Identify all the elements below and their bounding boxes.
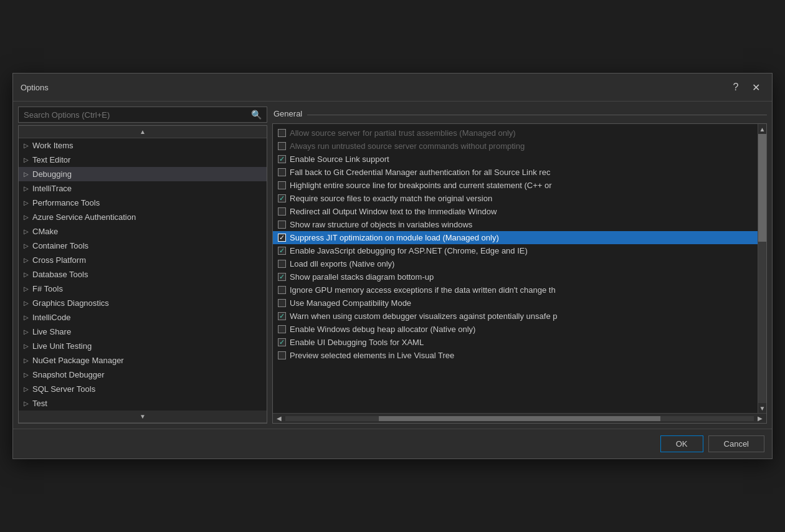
tree-item-label: IntelliTrace [32, 184, 72, 193]
option-row[interactable]: Allow source server for partial trust as… [273, 126, 766, 140]
horizontal-scrollbar[interactable]: ◀ ▶ [273, 413, 766, 423]
close-button[interactable]: ✕ [747, 78, 764, 96]
option-row[interactable]: ✓Enable JavaScript debugging for ASP.NET… [273, 244, 766, 257]
tree-item[interactable]: ▷Cross Platform [19, 253, 267, 267]
checkbox[interactable] [278, 351, 286, 359]
option-row[interactable]: ✓Enable UI Debugging Tools for XAML [273, 336, 766, 349]
option-row[interactable]: Fall back to Git Credential Manager auth… [273, 166, 766, 179]
tree-arrow: ▷ [24, 185, 29, 192]
option-row[interactable]: ✓Enable Source Link support [273, 153, 766, 166]
checkbox[interactable]: ✓ [278, 247, 286, 255]
title-bar-right: ? ✕ [727, 78, 764, 96]
tree-item[interactable]: ▷IntelliTrace [19, 181, 267, 196]
option-row[interactable]: Highlight entire source line for breakpo… [273, 179, 766, 192]
checkbox[interactable] [278, 207, 286, 216]
checkbox[interactable]: ✓ [278, 194, 286, 202]
tree-item-label: Live Unit Testing [32, 341, 92, 351]
tree-item[interactable]: ▷Container Tools [19, 239, 267, 253]
option-row[interactable]: Always run untrusted source server comma… [273, 140, 766, 153]
option-row[interactable]: Load dll exports (Native only) [273, 257, 766, 270]
tree-item[interactable]: ▷Work Items [19, 138, 267, 153]
checkbox[interactable]: ✓ [278, 234, 286, 242]
scroll-down-button[interactable]: ▼ [19, 411, 267, 423]
vscroll-down-button[interactable]: ▼ [758, 403, 766, 413]
search-input[interactable] [24, 110, 247, 120]
option-row[interactable]: Show raw structure of objects in variabl… [273, 218, 766, 231]
tree-item-label: F# Tools [32, 284, 63, 293]
scroll-up-button[interactable]: ▲ [19, 126, 267, 138]
tree-item[interactable]: ▷Database Tools [19, 267, 267, 282]
tree-item-label: Work Items [32, 141, 74, 150]
dialog-body: 🔍 ▲ ▷Work Items▷Text Editor▷Debugging▷In… [13, 102, 772, 429]
tree-item[interactable]: ▷Text Editor [19, 153, 267, 167]
option-row[interactable]: ✓Show parallel stacks diagram bottom-up [273, 270, 766, 283]
tree-item[interactable]: ▷Live Unit Testing [19, 339, 267, 353]
dialog-footer: OK Cancel [13, 429, 772, 458]
option-text: Load dll exports (Native only) [290, 259, 394, 268]
checkbox[interactable]: ✓ [278, 155, 286, 163]
tree-arrow: ▷ [24, 228, 29, 235]
option-row[interactable]: Preview selected elements in Live Visual… [273, 349, 766, 362]
tree-arrow: ▷ [24, 257, 29, 264]
tree-arrow: ▷ [24, 328, 29, 335]
checkbox[interactable] [278, 168, 286, 176]
tree-item-label: Azure Service Authentication [32, 212, 136, 222]
options-container: Allow source server for partial trust as… [273, 124, 766, 413]
dialog-title: Options [21, 83, 49, 92]
tree-arrow: ▷ [24, 156, 29, 163]
tree-arrow: ▷ [24, 242, 29, 249]
option-row[interactable]: Use Managed Compatibility Mode [273, 297, 766, 310]
tree-item[interactable]: ▷Azure Service Authentication [19, 210, 267, 224]
cancel-button[interactable]: Cancel [708, 435, 764, 452]
tree-item[interactable]: ▷Snapshot Debugger [19, 368, 267, 382]
tree-item-label: NuGet Package Manager [32, 356, 124, 365]
tree-arrow: ▷ [24, 300, 29, 306]
tree-item[interactable]: ▷Debugging [19, 167, 267, 181]
tree-item[interactable]: ▷Performance Tools [19, 196, 267, 210]
vertical-scrollbar[interactable]: ▲ ▼ [758, 124, 766, 413]
checkbox[interactable] [278, 325, 286, 333]
checkbox[interactable] [278, 181, 286, 189]
hscroll-right-button[interactable]: ▶ [755, 415, 765, 422]
left-panel: 🔍 ▲ ▷Work Items▷Text Editor▷Debugging▷In… [18, 107, 267, 424]
tree-item[interactable]: ▷Test [19, 396, 267, 411]
help-button[interactable]: ? [727, 78, 745, 96]
option-text: Enable UI Debugging Tools for XAML [290, 338, 424, 347]
tree-arrow: ▷ [24, 271, 29, 278]
option-row[interactable]: ✓Suppress JIT optimization on module loa… [273, 231, 766, 244]
ok-button[interactable]: OK [660, 435, 703, 452]
search-box[interactable]: 🔍 [18, 107, 267, 123]
option-text: Fall back to Git Credential Manager auth… [290, 168, 550, 177]
checkbox[interactable]: ✓ [278, 273, 286, 281]
checkbox[interactable] [278, 299, 286, 307]
checkbox[interactable] [278, 129, 286, 137]
tree-item[interactable]: ▷IntelliCode [19, 310, 267, 325]
checkbox[interactable]: ✓ [278, 312, 286, 320]
option-row[interactable]: ✓Require source files to exactly match t… [273, 192, 766, 205]
option-row[interactable]: ✓Warn when using custom debugger visuali… [273, 310, 766, 323]
tree-item[interactable]: ▷Live Share [19, 325, 267, 339]
tree-item[interactable]: ▷Graphics Diagnostics [19, 296, 267, 310]
tree-item[interactable]: ▷NuGet Package Manager [19, 353, 267, 368]
title-bar: Options ? ✕ [13, 74, 772, 102]
hscroll-left-button[interactable]: ◀ [274, 415, 284, 422]
option-row[interactable]: Ignore GPU memory access exceptions if t… [273, 283, 766, 297]
tree-item[interactable]: ▷CMake [19, 224, 267, 239]
checkbox[interactable] [278, 286, 286, 294]
tree-item[interactable]: ▷SQL Server Tools [19, 382, 267, 396]
checkbox[interactable] [278, 142, 286, 150]
option-row[interactable]: Redirect all Output Window text to the I… [273, 205, 766, 218]
checkbox[interactable] [278, 221, 286, 229]
option-row[interactable]: Enable Windows debug heap allocator (Nat… [273, 323, 766, 336]
checkbox[interactable]: ✓ [278, 338, 286, 346]
hscroll-thumb [379, 416, 660, 421]
vscroll-track [758, 134, 766, 403]
tree-arrow: ▷ [24, 386, 29, 392]
checkbox[interactable] [278, 260, 286, 268]
tree-item[interactable]: ▷F# Tools [19, 282, 267, 296]
tree-item-label: SQL Server Tools [32, 384, 95, 394]
option-text: Require source files to exactly match th… [290, 194, 492, 203]
vscroll-up-button[interactable]: ▲ [758, 124, 766, 134]
tree-panel[interactable]: ▲ ▷Work Items▷Text Editor▷Debugging▷Inte… [18, 125, 267, 424]
option-text: Enable JavaScript debugging for ASP.NET … [290, 246, 528, 255]
